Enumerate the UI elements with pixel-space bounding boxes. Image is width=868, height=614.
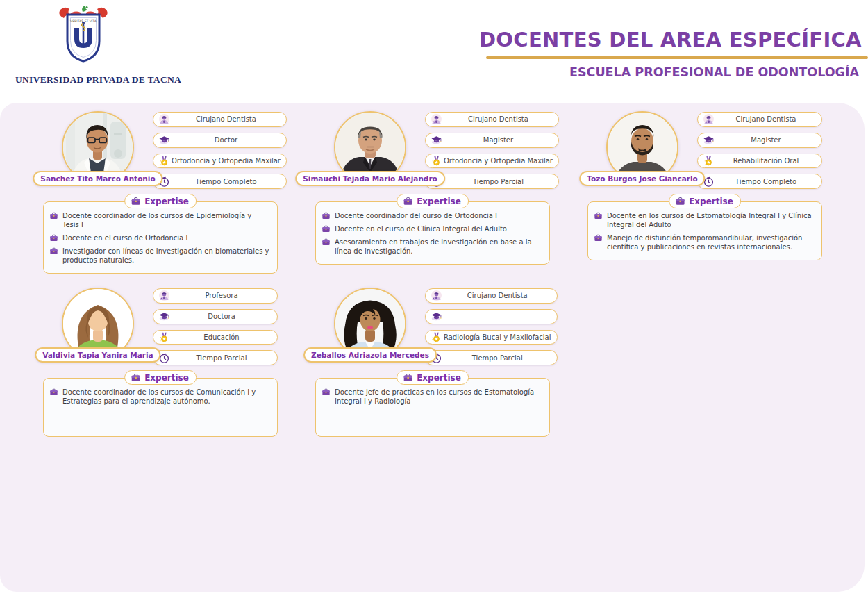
credential-pill: Doctora [153,309,278,324]
expertise-box: Docente coordinador de los cursos de Epi… [43,201,278,274]
credential-label: Cirujano Dentista [698,115,821,123]
credential-pill: Tiempo Completo [153,174,287,189]
credential-pill: Ortodoncia y Ortopedia Maxilar [425,154,559,169]
credential-pill: Cirujano Dentista [425,288,558,304]
briefcase-icon [322,224,331,233]
briefcase-icon [322,388,331,397]
briefcase-icon [131,196,141,206]
expertise-text: Docente en el curso de Ortodoncia I [62,233,187,242]
briefcase-icon [49,388,58,397]
briefcase-icon [403,372,413,383]
credential-pills: Cirujano DentistaDoctorOrtodoncia y Orto… [153,111,287,189]
faculty-name-badge: Zeballos Adriazola Mercedes [303,347,437,363]
credential-pill: Rehabilitación Oral [697,154,822,169]
expertise-badge: Expertise [124,370,197,385]
briefcase-icon [403,196,413,206]
credential-pills: ProfesoraDoctoraEducaciónTiempo Parcial [153,288,278,365]
credential-pills: Cirujano Dentista---Radiología Bucal y M… [425,288,558,365]
faculty-name-badge: Tozo Burgos Jose Giancarlo [579,171,705,186]
photo-area: Valdivia Tapia Yanira Maria [43,288,153,365]
briefcase-icon [131,372,141,383]
medal-icon [431,331,442,343]
credential-label: Magister [426,136,558,144]
expertise-text: Docente coordinador del curso de Ortodon… [335,211,497,220]
expertise-badge: Expertise [397,370,469,385]
faculty-card: Sanchez Tito Marco Antonio Cirujano Dent… [43,111,278,274]
expertise-badge-label: Expertise [144,373,189,383]
expertise-section: Expertise Docente jefe de practicas en l… [315,378,550,437]
title-block: DOCENTES DEL AREA ESPECÍFICA ESCUELA PRO… [479,28,868,79]
credential-pill: Cirujano Dentista [153,112,287,127]
credential-pill: Tiempo Parcial [153,350,278,365]
expertise-box: Docente coordinador de los cursos de Com… [43,378,278,437]
briefcase-icon [49,247,58,256]
expertise-item: Docente coordinador del curso de Ortodon… [322,211,542,220]
faculty-row-1: Sanchez Tito Marco Antonio Cirujano Dent… [0,103,865,274]
credential-label: Ortodoncia y Ortopedia Maxilar [426,157,558,165]
expertise-item: Docente jefe de practicas en los cursos … [322,388,542,406]
expertise-text: Asesoramiento en trabajos de investigaci… [335,238,542,256]
dentist-icon [703,113,715,125]
graduation-cap-icon [158,310,170,322]
credential-label: Tiempo Completo [698,178,821,185]
medal-icon [158,155,170,167]
expertise-box: Docente jefe de practicas en los cursos … [315,378,550,437]
credential-pill: Radiología Bucal y Maxilofacial [425,330,558,345]
expertise-item: Docente en el curso de Ortodoncia I [49,233,270,242]
faculty-card-top: Valdivia Tapia Yanira Maria ProfesoraDoc… [43,288,278,365]
credential-pills: Cirujano DentistaMagisterOrtodoncia y Or… [425,111,559,189]
briefcase-icon [594,211,603,220]
credential-label: Doctora [153,313,277,320]
expertise-item: Investigador con líneas de investigación… [49,247,270,265]
expertise-section: Expertise Docente coordinador de los cur… [43,378,278,437]
expertise-text: Manejo de disfunción temporomandibular, … [607,233,815,251]
expertise-text: Docente coordinador de los cursos de Com… [62,388,270,406]
briefcase-icon [322,238,331,247]
graduation-cap-icon [158,134,170,146]
dentist-icon [158,290,170,301]
title-underline [486,56,868,59]
credential-label: Cirujano Dentista [426,292,557,299]
faculty-card: Simauchi Tejada Mario Alejandro Cirujano… [315,111,550,274]
credential-pill: Ortodoncia y Ortopedia Maxilar [153,154,287,169]
credential-pill: Cirujano Dentista [425,112,559,127]
expertise-text: Investigador con líneas de investigación… [62,247,270,265]
page-header: VERITAS ET VITA UNIVERSIDAD PRIVADA DE T… [0,0,868,103]
expertise-badge: Expertise [397,194,469,208]
graduation-cap-icon [431,310,442,322]
faculty-card: Zeballos Adriazola Mercedes Cirujano Den… [315,288,550,437]
university-name: UNIVERSIDAD PRIVADA DE TACNA [15,74,151,85]
faculty-name-badge: Valdivia Tapia Yanira Maria [35,347,160,363]
medal-icon [158,331,170,343]
faculty-name-badge: Sanchez Tito Marco Antonio [33,171,162,186]
photo-area: Zeballos Adriazola Mercedes [315,288,425,365]
credential-pills: Cirujano DentistaMagisterRehabilitación … [697,111,822,189]
credential-pill: Tiempo Completo [697,174,822,189]
credential-pill: Magister [697,133,822,148]
briefcase-icon [49,233,58,242]
credential-label: Magister [698,136,821,144]
credential-label: --- [426,313,557,320]
credential-label: Tiempo Parcial [426,178,558,185]
credential-pill: Doctor [153,133,287,148]
faculty-row-2: Valdivia Tapia Yanira Maria ProfesoraDoc… [0,274,865,437]
credential-label: Ortodoncia y Ortopedia Maxilar [153,157,286,165]
briefcase-icon [594,233,603,242]
faculty-card-top: Simauchi Tejada Mario Alejandro Cirujano… [315,111,550,189]
expertise-text: Docente en el curso de Clínica Integral … [335,224,507,233]
credential-pill: Educación [153,330,278,345]
expertise-text: Docente en los cursos de Estomatología I… [607,211,815,229]
expertise-badge: Expertise [124,194,197,208]
photo-area: Simauchi Tejada Mario Alejandro [315,111,425,189]
expertise-badge-label: Expertise [689,197,733,206]
briefcase-icon [675,196,685,206]
faculty-card-top: Sanchez Tito Marco Antonio Cirujano Dent… [43,111,278,189]
credential-label: Profesora [153,292,277,299]
expertise-text: Docente jefe de practicas en los cursos … [335,388,542,406]
credential-pill: --- [425,309,558,324]
expertise-item: Manejo de disfunción temporomandibular, … [594,233,815,251]
graduation-cap-icon [703,134,715,146]
faculty-card-top: Tozo Burgos Jose Giancarlo Cirujano Dent… [587,111,822,189]
expertise-item: Docente coordinador de los cursos de Epi… [49,211,270,229]
medal-icon [431,155,442,167]
